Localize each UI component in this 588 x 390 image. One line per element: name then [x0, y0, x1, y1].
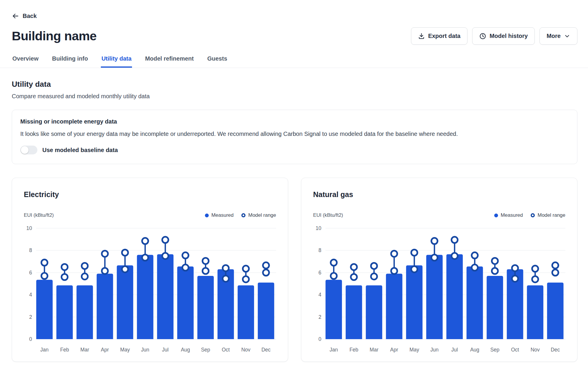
tab-bar: OverviewBuilding infoUtility dataModel r… [0, 54, 588, 68]
x-tick-label-aug: Aug [181, 347, 190, 353]
bar-may [117, 265, 133, 339]
tab-overview[interactable]: Overview [12, 54, 39, 68]
electricity-chart: 0246810JanFebMarAprMayJunJulAugSepOctNov… [24, 221, 276, 353]
chart-legend: MeasuredModel range [205, 212, 276, 218]
y-tick-label: 4 [29, 292, 32, 298]
model-range-aug [182, 252, 188, 271]
measured-dot-icon [205, 214, 209, 217]
use-modeled-baseline-toggle[interactable] [20, 146, 37, 154]
bar-aug [467, 266, 483, 339]
model-range-mar [82, 263, 88, 280]
x-tick-label-nov: Nov [531, 347, 540, 353]
more-button[interactable]: More [539, 27, 577, 45]
export-data-label: Export data [428, 33, 460, 39]
model-range-jan [41, 259, 48, 279]
header-row: Building name Export data Model history … [12, 27, 577, 45]
back-link[interactable]: Back [12, 12, 37, 20]
model-range-aug [472, 252, 478, 271]
model-range-mar [371, 263, 377, 280]
section-title: Utility data [12, 80, 577, 89]
export-data-button[interactable]: Export data [411, 27, 467, 45]
tab-utility-data[interactable]: Utility data [101, 54, 132, 68]
x-tick-label-oct: Oct [222, 347, 230, 353]
model-range-apr [391, 251, 397, 274]
legend-item-model-range: Model range [531, 212, 565, 218]
bar-feb [56, 285, 73, 339]
model-range-jan [331, 259, 337, 279]
y-tick-label: 10 [26, 225, 32, 231]
x-tick-label-jul: Jul [451, 347, 458, 353]
y-tick-label: 2 [318, 314, 321, 320]
model-range-nov [243, 266, 249, 282]
legend-item-model-range: Model range [241, 212, 276, 218]
bar-nov [527, 285, 543, 339]
bar-mar [366, 285, 382, 339]
x-tick-label-oct: Oct [511, 347, 519, 353]
chart-title-natural-gas: Natural gas [313, 190, 565, 199]
x-tick-label-mar: Mar [80, 347, 89, 353]
bar-sep [197, 276, 214, 339]
y-tick-label: 8 [318, 247, 321, 253]
header-actions: Export data Model history More [411, 27, 577, 45]
legend-label: Measured [501, 212, 523, 218]
bar-dec [547, 283, 564, 339]
x-tick-label-apr: Apr [390, 347, 398, 353]
bar-aug [177, 266, 194, 339]
tab-model-refinement[interactable]: Model refinement [144, 54, 194, 68]
bar-apr [386, 274, 402, 339]
missing-data-alert: Missing or incomplete energy data It loo… [12, 110, 577, 164]
model-history-label: Model history [490, 33, 528, 39]
chart-title-electricity: Electricity [24, 190, 276, 199]
tab-guests[interactable]: Guests [207, 54, 228, 68]
x-tick-label-jan: Jan [40, 347, 49, 353]
bar-may [406, 265, 422, 339]
bar-jul [157, 254, 173, 339]
page: Back Building name Export data Model his… [0, 0, 588, 362]
model-range-ring-icon [531, 213, 535, 217]
model-history-button[interactable]: Model history [472, 27, 535, 45]
bar-feb [346, 285, 362, 339]
y-tick-label: 0 [29, 336, 32, 342]
chart-legend: MeasuredModel range [494, 212, 565, 218]
chart-card-natural-gas: Natural gasEUI (kBtu/ft2)MeasuredModel r… [301, 178, 577, 362]
x-tick-label-apr: Apr [101, 347, 109, 353]
x-tick-label-may: May [410, 347, 419, 353]
chart-header: EUI (kBtu/ft2)MeasuredModel range [24, 212, 276, 218]
bar-jan [325, 280, 342, 339]
chevron-down-icon [564, 33, 570, 39]
tab-building-info[interactable]: Building info [51, 54, 88, 68]
y-tick-label: 4 [318, 292, 321, 298]
y-tick-label: 6 [318, 270, 321, 276]
x-tick-label-nov: Nov [241, 347, 250, 353]
clock-icon [479, 33, 486, 40]
model-range-feb [61, 264, 68, 280]
measured-dot-icon [494, 214, 498, 217]
toggle-row: Use modeled baseline data [20, 146, 569, 154]
model-range-may [411, 249, 417, 272]
y-axis-label: EUI (kBtu/ft2) [313, 212, 343, 218]
model-range-sep [203, 258, 209, 274]
model-range-apr [102, 251, 108, 274]
x-tick-label-may: May [120, 347, 130, 353]
x-tick-label-jul: Jul [162, 347, 168, 353]
page-title: Building name [12, 29, 96, 43]
model-range-dec [263, 262, 269, 276]
y-tick-label: 8 [29, 247, 32, 253]
y-tick-label: 0 [318, 336, 321, 342]
model-range-may [122, 249, 128, 272]
legend-item-measured: Measured [205, 212, 234, 218]
legend-item-measured: Measured [494, 212, 523, 218]
bar-jun [137, 255, 153, 339]
x-tick-label-feb: Feb [60, 347, 69, 353]
y-tick-label: 2 [29, 314, 32, 320]
legend-label: Model range [248, 212, 276, 218]
model-range-jun [431, 238, 437, 261]
model-range-ring-icon [241, 213, 245, 217]
toggle-label: Use modeled baseline data [42, 147, 118, 154]
back-label: Back [23, 13, 37, 19]
model-range-sep [492, 258, 498, 274]
x-tick-label-jun: Jun [141, 347, 149, 353]
chart-cards: ElectricityEUI (kBtu/ft2)MeasuredModel r… [12, 178, 577, 362]
x-tick-label-sep: Sep [201, 347, 210, 353]
y-axis-label: EUI (kBtu/ft2) [24, 212, 54, 218]
